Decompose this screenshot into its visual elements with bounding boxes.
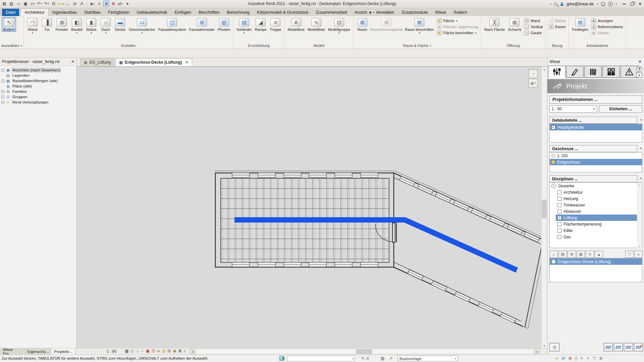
text-icon[interactable]: A — [79, 1, 85, 7]
list-item-l-ftung[interactable]: ✓Lüftung — [556, 215, 637, 221]
geschossdecke-button[interactable]: ▭Geschossdecke▾ — [127, 17, 156, 35]
properties-icon[interactable]: ▤ — [8, 1, 14, 7]
crop-region-icon[interactable]: ⊡ — [152, 349, 155, 353]
raster-button[interactable]: #Raster — [548, 24, 566, 29]
aligned-dimension-icon[interactable]: ↔ — [65, 1, 71, 7]
duct-tool-3-button[interactable] — [624, 343, 633, 351]
rampe-button[interactable]: ◢Rampe — [254, 17, 268, 32]
modelllinie-button[interactable]: ∿Modelllinie — [306, 17, 326, 32]
scroll-left-icon[interactable]: ◂ — [190, 349, 195, 354]
checkbox[interactable]: ✓ — [551, 125, 555, 129]
list-item-fl-chentemperierung[interactable]: Flächentemperierung — [556, 221, 637, 227]
list-item-heizung[interactable]: Heizung — [556, 195, 637, 202]
ribbon-display-toggle[interactable]: ▣▾ — [367, 9, 376, 15]
einheiten-button[interactable]: Einheiten ... — [599, 105, 642, 113]
close-inactive-windows-icon[interactable]: ⊠ — [110, 1, 116, 7]
t-r-button[interactable]: ▐Tür — [40, 17, 54, 32]
modules-grid-icon[interactable] — [602, 66, 620, 78]
ribbon-tab-k-rpermodell-grundst-ck[interactable]: Körpermodell & Grundstück — [253, 9, 312, 16]
expand-icon[interactable]: + — [1, 90, 4, 93]
ribbon-tab-architektur[interactable]: Architektur — [20, 8, 49, 16]
geschosse-header[interactable]: Geschosse ... — [549, 145, 637, 152]
panel-tab-2[interactable]: Projektbr... — [51, 348, 75, 355]
tree-item-ansichten-nach-gewerken-[interactable]: +▣Ansichten (nach Gewerken) — [1, 67, 76, 73]
checkbox[interactable] — [557, 229, 561, 233]
list-item-abwasser[interactable]: Abwasser — [556, 208, 637, 215]
signed-in-user[interactable]: gme@linear.de — [567, 2, 594, 6]
tag-icon[interactable]: ⊘ — [72, 1, 78, 7]
drawing-canvas[interactable]: ◔ ⊕▾ ▴ ▾ — [77, 66, 547, 348]
tree-item-revit-verkn-pfungen[interactable]: +∞Revit-Verknüpfungen — [1, 100, 76, 105]
user-menu-chevron-icon[interactable]: ▾ — [597, 3, 598, 5]
checkbox[interactable] — [557, 222, 561, 226]
festlegen-button[interactable]: ⊞Festlegen — [571, 17, 589, 32]
reveal-hidden-icon[interactable]: ◍ — [162, 349, 165, 353]
temporary-view-properties-icon[interactable]: ⊟ — [167, 349, 171, 353]
duct-tool-2-button[interactable] — [614, 343, 623, 351]
ribbon-tab-zusatzmodule[interactable]: Zusatzmodule — [398, 9, 432, 16]
section-icon[interactable]: ⌖ — [96, 1, 102, 7]
dach-button[interactable]: ⌂Dach▾ — [99, 17, 113, 35]
close-button[interactable]: ✕ — [638, 2, 642, 6]
expand-icon[interactable]: + — [1, 79, 4, 82]
crop-view-icon[interactable]: ▣ — [146, 349, 150, 353]
help-icon[interactable]: ? — [608, 2, 613, 6]
decke-button[interactable]: ▬Decke — [113, 17, 127, 32]
gebaeudeteile-collapse-icon[interactable]: ∧ — [639, 118, 643, 121]
temporary-hide-icon[interactable]: ∞ — [157, 349, 160, 353]
collapse-icon[interactable]: ◂ — [550, 3, 551, 5]
fl-che-beschriften-button[interactable]: ⊠Fläche beschriften▾ — [437, 31, 478, 35]
design-options-icon[interactable]: ▤ — [381, 356, 384, 361]
filter-icon[interactable]: ▽ — [593, 356, 596, 361]
measure-icon[interactable]: ⟷▾ — [58, 1, 64, 7]
referenzebene-button[interactable]: ∥Referenzebene — [591, 24, 623, 29]
fassadenraster-button[interactable]: ⊞Fassadenraster — [188, 17, 216, 32]
panel-tab-0[interactable]: liNear Eig... — [1, 348, 25, 355]
scroll-right-icon[interactable]: ▸ — [534, 349, 540, 354]
history-clock-button[interactable]: ◷ — [549, 343, 559, 351]
constraints-icon[interactable]: ⊠ — [178, 349, 182, 353]
warnings-triangle-icon[interactable] — [621, 66, 638, 78]
workset-select[interactable]: ▾ — [287, 356, 355, 361]
expand-icon[interactable]: + — [1, 101, 4, 104]
duct-tool-1-button[interactable] — [604, 343, 613, 351]
collapse-circle-icon[interactable]: ∧ — [551, 184, 556, 188]
drag-on-selection-icon[interactable]: + — [580, 356, 583, 361]
undo-icon[interactable]: ↶▾ — [37, 1, 43, 7]
exclude-options-icon[interactable]: ⇗ — [389, 356, 393, 361]
open-icon[interactable]: ▱ — [15, 1, 21, 7]
select-underlay-icon[interactable]: ⇄ — [561, 356, 565, 361]
modelltext-button[interactable]: AModelltext — [286, 17, 306, 32]
-ndern-button[interactable]: ↖Ändern — [2, 17, 16, 32]
disziplinen-header[interactable]: Disziplinen ... — [549, 175, 637, 182]
expand-icon[interactable]: + — [1, 69, 4, 72]
vertical-scroll-thumb[interactable] — [542, 200, 546, 218]
thin-lines-icon[interactable]: ≣ — [103, 1, 109, 7]
view-pin-icon[interactable]: ⊙ — [586, 251, 594, 258]
list-item-erdgeschoss[interactable]: Erdgeschoss — [550, 159, 642, 165]
checkbox[interactable] — [557, 203, 561, 207]
disziplinen-scrollbar[interactable]: ∧∨ — [637, 183, 642, 248]
select-pinned-icon[interactable]: ⊗ — [568, 356, 572, 361]
view-tab-eg-l-ftung[interactable]: ▦EG_Lüftung — [80, 58, 114, 66]
ribbon-tab-linear[interactable]: liNear — [432, 9, 450, 16]
ribbon-tab-geb-udetechnik[interactable]: Gebäudetechnik — [133, 9, 171, 16]
pfosten-button[interactable]: ▥Pfosten — [216, 17, 231, 32]
horizontal-scrollbar[interactable]: ◂ ▸ — [190, 349, 540, 354]
raum-beschriften-button[interactable]: ⊠Raum beschriften▾ — [404, 17, 435, 35]
floor-plan[interactable] — [77, 67, 541, 348]
tree-item-pl-ne-alle-[interactable]: +▥Pläne (alle) — [1, 83, 76, 89]
help-menu-chevron-icon[interactable]: ▾ — [616, 3, 617, 5]
zoom-icon[interactable]: ⊕▾ — [529, 79, 538, 87]
edit-pencil-icon[interactable] — [566, 66, 584, 78]
list-item-k-lte[interactable]: Kälte — [556, 227, 637, 234]
tree-item-gruppen[interactable]: +⊡Gruppen — [1, 94, 76, 100]
raum-button[interactable]: ⊠Raum — [355, 17, 369, 32]
list-item-architektur[interactable]: Architektur — [556, 189, 637, 195]
list-item-erdgeschoss-decke-l-ftung-[interactable]: ✓Erdgeschoss-Decke (Lüftung) — [550, 258, 642, 265]
checkbox[interactable]: ✓ — [557, 216, 561, 220]
ribbon-tab-berechnung[interactable]: Berechnung — [223, 9, 253, 16]
projektinformationen-button[interactable]: Projektinformationen ... — [549, 96, 642, 104]
settings-sliders-icon[interactable] — [548, 66, 566, 78]
gel-nder-button[interactable]: ▤Geländer▾ — [235, 17, 253, 35]
